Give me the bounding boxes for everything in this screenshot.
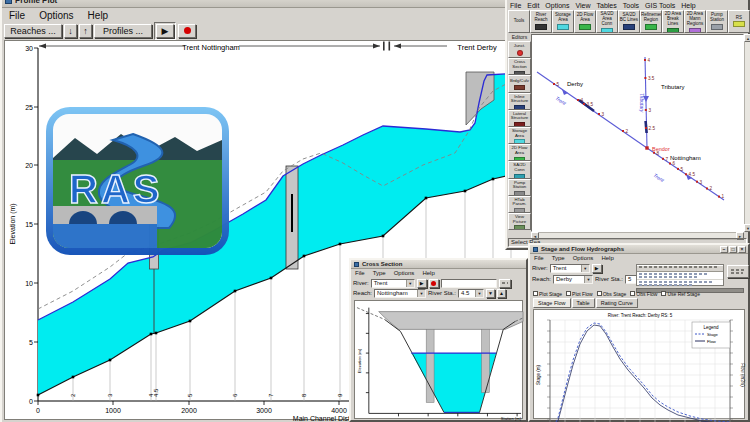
menu-item-tools[interactable]: Tools (620, 2, 642, 9)
cross-section-plot[interactable]: Elevation (m)Station (m) (354, 300, 523, 419)
table-header (637, 266, 723, 272)
tab-rating-curve[interactable]: Rating Curve (596, 298, 638, 308)
editor-label: Inline Structure (511, 94, 528, 104)
menu-item-options[interactable]: Options (569, 255, 598, 261)
editor-view-picture[interactable]: View Picture (508, 213, 531, 230)
editor-inline-structure[interactable]: Inline Structure (508, 93, 531, 110)
xs-extra-field[interactable] (441, 279, 497, 288)
select-data-button[interactable] (727, 265, 749, 278)
geo-tool-2d-area-mann-regions[interactable]: 2D Area Mann Regions (684, 10, 706, 33)
menu-item-file[interactable]: File (351, 270, 369, 276)
geo-tool-river-reach[interactable]: River Reach (530, 10, 552, 33)
editor-2d-flow-area[interactable]: 2D Flow Area (508, 144, 531, 161)
checkbox-box[interactable] (566, 291, 571, 296)
station-select[interactable]: 4.5 ▼ (458, 289, 484, 298)
station-down-button[interactable]: ▼ (486, 289, 495, 298)
station-up-button[interactable]: ▲ (497, 289, 506, 298)
editor-cross-section[interactable]: Cross Section (508, 58, 531, 75)
menu-item-help[interactable]: Help (418, 270, 438, 276)
geo-tool-tools[interactable]: Tools (508, 10, 530, 33)
geo-tool-refinement-region[interactable]: Refinement Region (640, 10, 662, 33)
menu-item-help[interactable]: Help (81, 10, 116, 21)
reaches-button[interactable]: Reaches ... (4, 24, 62, 38)
menu-item-options[interactable]: Options (390, 270, 419, 276)
geo-tool-2d-area-break-lines[interactable]: 2D Area Break Lines (662, 10, 684, 33)
menu-item-help[interactable]: Help (678, 2, 698, 9)
play-animation-button[interactable]: ▶ (156, 24, 174, 38)
menu-item-help[interactable]: Help (597, 255, 617, 261)
checkbox-obs-stage[interactable]: Obs Stage (597, 291, 627, 297)
menu-item-file[interactable]: File (530, 255, 548, 261)
tab-stage-flow[interactable]: Stage Flow (533, 298, 571, 308)
record-button[interactable] (178, 24, 196, 38)
editor-lateral-structure[interactable]: Lateral Structure (508, 110, 531, 127)
junction-node[interactable] (645, 146, 648, 149)
xs-misc-button[interactable] (499, 279, 511, 288)
checkbox-plot-flow[interactable]: Plot Flow (566, 291, 593, 297)
menu-item-file[interactable]: File (507, 2, 524, 9)
menu-item-tables[interactable]: Tables (594, 2, 620, 9)
checkbox-box[interactable] (661, 291, 666, 296)
hydrograph-title-bar[interactable]: Stage and Flow Hydrographs – □ × (530, 245, 748, 254)
editor-brdg-culv[interactable]: Brdg/Culv (508, 75, 531, 92)
geo-tool-2d-flow-area[interactable]: 2D Flow Area (574, 10, 596, 33)
table-row[interactable] (637, 273, 723, 280)
editor-label: Pump Station (513, 180, 526, 190)
geo-tool-pump-station[interactable]: Pump Station (706, 10, 728, 33)
river-select[interactable]: Trent ▼ (550, 264, 590, 273)
menu-item-edit[interactable]: Edit (524, 2, 542, 9)
scroll-up-icon[interactable]: ▲ (744, 34, 750, 42)
geo-tool-rs[interactable]: RS (728, 10, 750, 33)
reach-up-button[interactable]: ↑ (79, 24, 92, 38)
table-row[interactable] (637, 281, 723, 288)
geo-tool-label: 2D Area Break Lines (665, 11, 681, 26)
stage-flow-hydrograph-window: Stage and Flow Hydrographs – □ × FileTyp… (528, 243, 750, 422)
checkbox-obs-flow[interactable]: Obs Flow (630, 291, 657, 297)
reach-select[interactable]: Nottingham ▼ (374, 289, 426, 298)
river-name-label: Tributary (639, 93, 645, 113)
geo-tool-sa-2d-bc-lines[interactable]: SA/2D BC Lines (618, 10, 640, 33)
xs-record-button[interactable] (429, 279, 439, 288)
hy-play-button[interactable]: ▶ (592, 264, 602, 273)
geo-tool-storage-area[interactable]: Storage Area (552, 10, 574, 33)
river-schematic-canvas[interactable]: 543.53243.532.587654.5321DerbyTributaryN… (531, 34, 744, 232)
scroll-down-icon[interactable]: ▼ (744, 224, 750, 232)
menu-item-options[interactable]: Options (32, 10, 80, 21)
editor-sa-2d-conn[interactable]: SA/2D Conn (508, 161, 531, 178)
editor-htab-param-[interactable]: HTab Param. (508, 196, 531, 213)
checkbox-use-ref-stage[interactable]: Use Ref Stage (661, 291, 700, 297)
editor-pump-station[interactable]: Pump Station (508, 179, 531, 196)
checkbox-box[interactable] (597, 291, 602, 296)
station-dot (598, 113, 600, 115)
editor-storage-area[interactable]: Storage Area (508, 127, 531, 144)
menu-item-view[interactable]: View (572, 2, 593, 9)
river-label: River: (532, 265, 548, 271)
menu-item-options[interactable]: Options (542, 2, 572, 9)
x-tick-label: 3000 (256, 407, 272, 414)
hydrograph-data-table[interactable] (636, 264, 724, 286)
minimize-icon[interactable]: – (720, 246, 728, 253)
geo-tool-sa-2d-area-conn[interactable]: SA/2D Area Conn (596, 10, 618, 33)
checkbox-box[interactable] (630, 291, 635, 296)
xs-title-bar[interactable]: Cross Section (351, 260, 526, 269)
profiles-button[interactable]: Profiles ... (94, 24, 152, 38)
checkbox-box[interactable] (533, 291, 538, 296)
tab-table[interactable]: Table (572, 298, 595, 308)
menu-item-gis-tools[interactable]: GIS Tools (642, 2, 678, 9)
river-select[interactable]: Trent ▼ (371, 279, 415, 288)
vertical-scrollbar[interactable]: ▲ ▼ (744, 34, 750, 232)
hydrograph-plot[interactable]: River: Trent Reach: Derby RS: 5LegendSta… (533, 309, 745, 419)
close-icon[interactable]: × (738, 246, 746, 253)
menu-item-type[interactable]: Type (548, 255, 569, 261)
checkbox-plot-stage[interactable]: Plot Stage (533, 291, 562, 297)
station-dot (653, 152, 655, 154)
menu-item-type[interactable]: Type (369, 270, 390, 276)
menu-item-file[interactable]: File (2, 10, 32, 21)
reach-select[interactable]: Derby ▼ (553, 275, 593, 284)
reach-down-button[interactable]: ↓ (64, 24, 77, 38)
xs-play-button[interactable]: ▶ (417, 279, 427, 288)
editor-junct-[interactable]: Junct. (508, 41, 531, 58)
maximize-icon[interactable]: □ (729, 246, 737, 253)
chevron-down-icon: ▼ (475, 290, 483, 297)
play-icon: ▶ (420, 280, 424, 286)
